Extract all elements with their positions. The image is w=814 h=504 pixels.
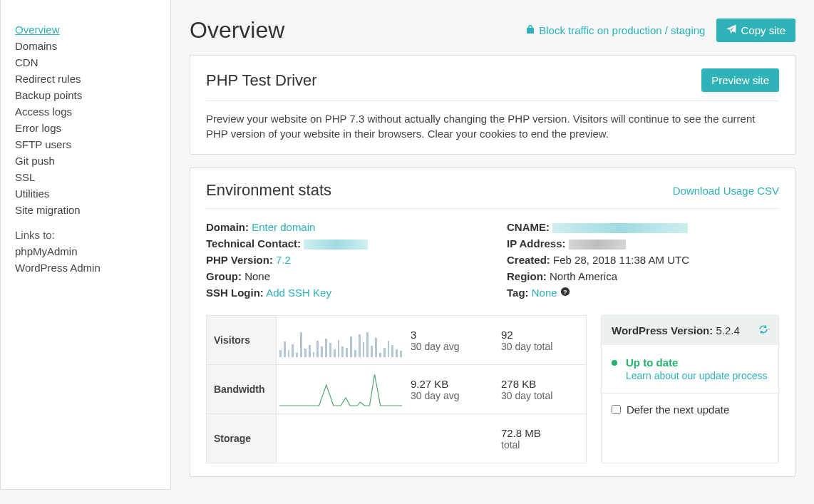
group-label: Group: <box>206 270 242 282</box>
metric-row-visitors: Visitors 3 30 day avg <box>207 316 586 365</box>
paper-plane-icon <box>726 24 736 36</box>
metric-row-bandwidth: Bandwidth 9.27 KB 30 day avg <box>207 365 586 414</box>
copy-site-label: Copy site <box>741 24 785 36</box>
domain-label: Domain: <box>206 221 249 233</box>
cname-label: CNAME: <box>507 221 550 233</box>
sidebar-links-to-label: Links to: <box>15 227 156 243</box>
visitors-total: 92 <box>501 329 580 341</box>
created-label: Created: <box>507 254 550 266</box>
sidebar-ext-phpmyadmin[interactable]: phpMyAdmin <box>15 243 156 259</box>
titlebar: Overview Block traffic on production / s… <box>190 17 795 43</box>
sidebar-item-error-logs[interactable]: Error logs <box>15 120 156 136</box>
block-traffic-label: Block traffic on production / staging <box>539 24 705 36</box>
visitors-avg-label: 30 day avg <box>411 341 490 352</box>
sidebar-item-backup-points[interactable]: Backup points <box>15 87 156 103</box>
storage-sparkline-empty <box>277 417 405 460</box>
preview-site-button[interactable]: Preview site <box>701 68 779 92</box>
visitors-total-label: 30 day total <box>501 341 580 352</box>
region-label: Region: <box>507 270 547 282</box>
ip-label: IP Address: <box>507 237 566 250</box>
tech-contact-label: Technical Contact: <box>206 237 301 250</box>
sidebar-item-sftp-users[interactable]: SFTP users <box>15 136 156 153</box>
wp-status: Up to date <box>626 356 767 369</box>
defer-update-label: Defer the next update <box>627 403 729 416</box>
php-test-title: PHP Test Driver <box>206 71 317 90</box>
env-stats-panel: Environment stats Download Usage CSV Dom… <box>190 168 795 477</box>
sidebar-item-ssl[interactable]: SSL <box>15 169 156 185</box>
sidebar-ext-wordpress-admin[interactable]: WordPress Admin <box>15 259 156 276</box>
sidebar-item-overview[interactable]: Overview <box>15 21 156 38</box>
main: Overview Block traffic on production / s… <box>171 0 814 490</box>
tech-contact-redacted <box>304 240 368 250</box>
php-test-panel: PHP Test Driver Preview site Preview you… <box>190 55 795 155</box>
created-value: Feb 28, 2018 11:38 AM UTC <box>553 254 689 266</box>
env-stats-title: Environment stats <box>206 181 331 200</box>
domain-value-link[interactable]: Enter domain <box>252 221 315 233</box>
wp-version-value: 5.2.4 <box>716 324 739 336</box>
sidebar-item-git-push[interactable]: Git push <box>15 153 156 169</box>
storage-total-label: total <box>501 439 580 451</box>
metric-name-storage: Storage <box>207 414 277 463</box>
cname-redacted <box>552 223 688 233</box>
visitors-avg: 3 <box>411 329 490 341</box>
sidebar-item-site-migration[interactable]: Site migration <box>15 202 156 218</box>
group-value: None <box>244 270 270 282</box>
svg-text:?: ? <box>563 289 567 296</box>
bandwidth-total: 278 KB <box>501 378 580 390</box>
sidebar-item-cdn[interactable]: CDN <box>15 54 156 71</box>
metric-name-visitors: Visitors <box>207 316 277 364</box>
sidebar: Overview Domains CDN Redirect rules Back… <box>0 0 171 490</box>
block-traffic-link[interactable]: Block traffic on production / staging <box>526 24 705 36</box>
defer-update-checkbox[interactable] <box>612 405 621 414</box>
metrics-table: Visitors 3 30 day avg <box>206 315 587 463</box>
wordpress-version-box: WordPress Version: 5.2.4 Up to date Lear… <box>601 315 779 463</box>
bandwidth-avg: 9.27 KB <box>411 378 490 390</box>
lock-icon <box>526 24 535 36</box>
tag-link[interactable]: None <box>532 287 557 299</box>
wp-version-label: WordPress Version: <box>612 324 713 336</box>
ssh-login-label: SSH Login: <box>206 287 264 299</box>
storage-total: 72.8 MB <box>501 427 580 439</box>
question-circle-icon[interactable]: ? <box>560 287 570 299</box>
wp-learn-link[interactable]: Learn about our update process <box>626 370 767 381</box>
refresh-icon[interactable] <box>758 324 768 336</box>
php-version-link[interactable]: 7.2 <box>276 254 291 266</box>
php-version-label: PHP Version: <box>206 254 273 266</box>
visitors-sparkline <box>277 319 405 361</box>
tag-label: Tag: <box>507 287 529 299</box>
region-value: North America <box>550 270 617 282</box>
ssh-login-link[interactable]: Add SSH Key <box>266 287 331 299</box>
sidebar-item-domains[interactable]: Domains <box>15 38 156 54</box>
env-stats-grid: Domain: Enter domain Technical Contact: … <box>206 219 779 301</box>
ip-redacted <box>569 240 626 250</box>
sidebar-item-access-logs[interactable]: Access logs <box>15 103 156 120</box>
status-dot-icon <box>612 360 617 366</box>
bandwidth-avg-label: 30 day avg <box>411 390 490 401</box>
copy-site-button[interactable]: Copy site <box>716 19 795 42</box>
metric-row-storage: Storage 72.8 MB total <box>207 414 586 463</box>
sidebar-item-utilities[interactable]: Utilities <box>15 185 156 202</box>
bandwidth-total-label: 30 day total <box>501 390 580 401</box>
bandwidth-sparkline <box>277 368 405 411</box>
metric-name-bandwidth: Bandwidth <box>207 365 277 413</box>
sidebar-item-redirect-rules[interactable]: Redirect rules <box>15 71 156 87</box>
php-test-description: Preview your website on PHP 7.3 without … <box>206 111 779 141</box>
download-usage-csv-link[interactable]: Download Usage CSV <box>673 185 779 197</box>
page-title: Overview <box>190 17 284 43</box>
